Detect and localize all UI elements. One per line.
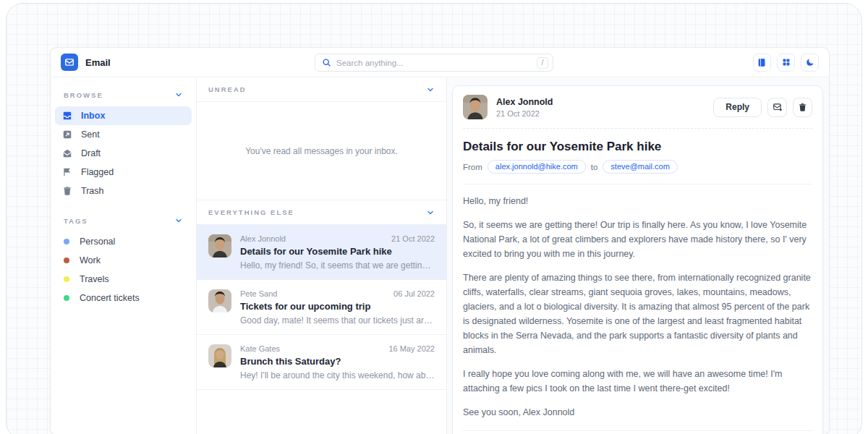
mail-sender: Alex Jonnold bbox=[240, 234, 286, 243]
brand: Email bbox=[61, 54, 111, 71]
dark-mode-button[interactable] bbox=[801, 54, 819, 72]
sidebar-item-sent[interactable]: Sent bbox=[55, 125, 192, 144]
body-paragraph: There are plenty of amazing things to se… bbox=[463, 271, 812, 357]
chevron-down-icon bbox=[426, 208, 435, 217]
browse-section-header[interactable]: BROWSE bbox=[64, 90, 183, 99]
topbar: Email / bbox=[51, 48, 829, 77]
sidebar-item-flagged[interactable]: Flagged bbox=[55, 163, 192, 182]
tag-color-dot bbox=[64, 276, 69, 282]
attachments-section: Attachments bbox=[453, 431, 822, 434]
mail-date: 06 Jul 2022 bbox=[393, 289, 435, 298]
body-paragraph: So, it seems we are getting there! Our t… bbox=[463, 218, 812, 261]
avatar-kate-gates bbox=[208, 344, 231, 367]
sidebar-item-label: Draft bbox=[81, 148, 101, 158]
search-shortcut-badge: / bbox=[537, 57, 548, 69]
mail-detail-card: Alex Jonnold 21 Oct 2022 Reply bbox=[452, 85, 823, 434]
mail-snippet: Good day, mate! It seems that our ticket… bbox=[240, 315, 435, 326]
chevron-down-icon bbox=[174, 216, 183, 225]
to-label: to bbox=[591, 163, 598, 171]
body-paragraph: I really hope you love coming along with… bbox=[463, 367, 812, 396]
unread-label: UNREAD bbox=[208, 85, 247, 93]
reply-button[interactable]: Reply bbox=[713, 98, 762, 117]
tag-color-dot bbox=[64, 295, 69, 301]
sidebar-item-label: Trash bbox=[81, 186, 104, 196]
mail-list-item[interactable]: Alex Jonnold 21 Oct 2022 Details for our… bbox=[197, 225, 446, 280]
body-paragraph: Hello, my friend! bbox=[463, 194, 812, 208]
trash-icon bbox=[62, 186, 72, 196]
topbar-actions bbox=[753, 54, 819, 72]
avatar-pete-sand bbox=[208, 289, 231, 312]
email-app-window: Email / bbox=[50, 47, 830, 434]
mail-sender: Kate Gates bbox=[240, 344, 280, 353]
mail-sender: Pete Sand bbox=[240, 289, 277, 298]
mail-list-item[interactable]: Pete Sand 06 Jul 2022 Tickets for our up… bbox=[197, 280, 446, 335]
mail-subject: Brunch this Saturday? bbox=[240, 356, 435, 367]
tag-label: Personal bbox=[80, 237, 115, 247]
mail-snippet: Hey! I'll be around the city this weeken… bbox=[240, 370, 435, 380]
search-bar[interactable]: / bbox=[315, 54, 553, 72]
addressbook-button[interactable] bbox=[753, 54, 771, 72]
sidebar-item-label: Sent bbox=[81, 129, 100, 140]
chevron-down-icon bbox=[174, 90, 183, 99]
detail-header: Alex Jonnold 21 Oct 2022 Reply bbox=[453, 86, 822, 128]
tag-label: Work bbox=[80, 255, 101, 265]
tag-travels[interactable]: Travels bbox=[62, 270, 184, 289]
sidebar-item-label: Inbox bbox=[81, 111, 105, 121]
tag-label: Concert tickets bbox=[80, 293, 140, 303]
book-icon bbox=[757, 58, 767, 67]
tag-color-dot bbox=[64, 239, 69, 244]
chevron-down-icon bbox=[426, 85, 435, 94]
page-background: Email / bbox=[6, 3, 862, 434]
from-email-pill[interactable]: alex.jonnold@hike.com bbox=[488, 160, 586, 174]
mail-date: 16 May 2022 bbox=[388, 344, 435, 353]
from-label: From bbox=[463, 163, 482, 171]
mail-date: 21 Oct 2022 bbox=[391, 234, 435, 243]
avatar-alex-jonnold bbox=[208, 234, 231, 258]
moon-icon bbox=[805, 58, 814, 67]
sidebar: BROWSE Inbox Sent bbox=[51, 77, 197, 434]
mail-list-column: UNREAD You've read all messages in your … bbox=[197, 77, 447, 434]
search-input[interactable] bbox=[336, 59, 537, 67]
tags-section-header[interactable]: TAGS bbox=[64, 216, 183, 225]
mail-subject: Tickets for our upcoming trip bbox=[240, 301, 435, 312]
detail-subject: Details for our Yosemite Park hike bbox=[453, 129, 822, 160]
sidebar-item-label: Flagged bbox=[81, 167, 114, 177]
body-paragraph: See you soon, Alex Jonnold bbox=[463, 405, 812, 420]
tag-work[interactable]: Work bbox=[62, 251, 184, 270]
unread-section-header[interactable]: UNREAD bbox=[197, 77, 446, 102]
forward-mail-button[interactable] bbox=[767, 98, 787, 117]
mail-snippet: Hello, my friend! So, it seems that we a… bbox=[240, 260, 435, 271]
unread-empty-message: You've read all messages in your inbox. bbox=[197, 102, 446, 200]
mail-list-item[interactable]: Kate Gates 16 May 2022 Brunch this Satur… bbox=[197, 335, 446, 390]
mail-detail-area: Alex Jonnold 21 Oct 2022 Reply bbox=[447, 77, 829, 434]
apps-button[interactable] bbox=[777, 54, 795, 72]
trash-icon bbox=[798, 103, 807, 112]
search-icon bbox=[322, 58, 331, 67]
sidebar-item-draft[interactable]: Draft bbox=[55, 144, 192, 163]
tags-label: TAGS bbox=[64, 217, 88, 225]
tag-label: Travels bbox=[80, 274, 109, 284]
everything-else-label: EVERYTHING ELSE bbox=[208, 208, 294, 216]
avatar-alex-jonnold bbox=[463, 95, 488, 119]
app-title: Email bbox=[85, 57, 111, 68]
tag-personal[interactable]: Personal bbox=[62, 232, 184, 251]
inbox-icon bbox=[62, 111, 72, 121]
tag-color-dot bbox=[64, 258, 69, 263]
to-email-pill[interactable]: steve@mail.com bbox=[603, 160, 677, 174]
sidebar-item-trash[interactable]: Trash bbox=[55, 182, 192, 200]
mail-body: Hello, my friend! So, it seems we are ge… bbox=[453, 184, 822, 430]
detail-date: 21 Oct 2022 bbox=[496, 109, 553, 118]
mail-subject: Details for our Yosemite Park hike bbox=[240, 246, 435, 257]
sidebar-item-inbox[interactable]: Inbox bbox=[55, 106, 192, 125]
email-logo-icon bbox=[61, 54, 78, 71]
draft-icon bbox=[62, 148, 72, 158]
browse-label: BROWSE bbox=[64, 91, 103, 99]
grid-icon bbox=[782, 58, 791, 67]
tag-concert-tickets[interactable]: Concert tickets bbox=[62, 289, 184, 307]
flag-icon bbox=[62, 167, 72, 177]
delete-mail-button[interactable] bbox=[793, 98, 812, 117]
everything-else-section-header[interactable]: EVERYTHING ELSE bbox=[197, 200, 446, 225]
sent-icon bbox=[62, 129, 72, 140]
detail-sender-name: Alex Jonnold bbox=[496, 97, 553, 107]
from-to-row: From alex.jonnold@hike.com to steve@mail… bbox=[453, 160, 822, 184]
